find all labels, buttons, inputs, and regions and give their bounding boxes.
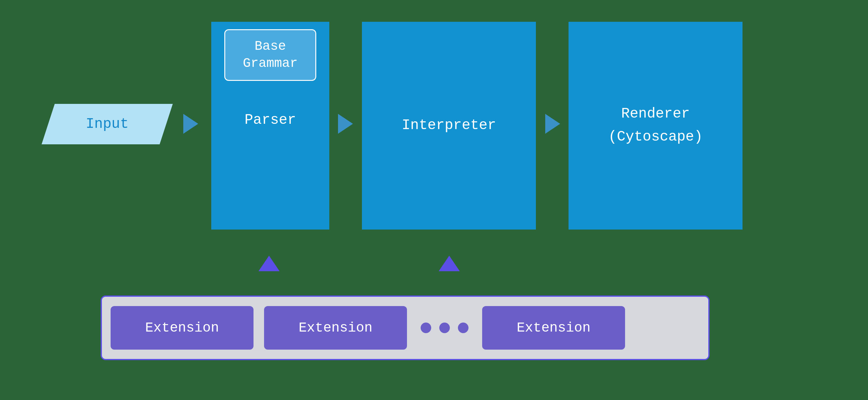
- extension-label: Extension: [517, 320, 591, 336]
- dot-icon: [458, 322, 468, 333]
- parser-label: Parser: [245, 112, 296, 128]
- arrow-right-icon: [545, 114, 560, 134]
- base-grammar-line1: Base: [255, 39, 286, 54]
- base-grammar-line2: Grammar: [243, 56, 298, 71]
- input-node: Input: [42, 104, 173, 144]
- input-label: Input: [86, 116, 129, 132]
- extension-node: Extension: [264, 306, 407, 350]
- dot-icon: [421, 322, 431, 333]
- architecture-diagram: Input Base Grammar Parser Interpreter Re…: [0, 0, 868, 400]
- extension-label: Extension: [145, 320, 219, 336]
- arrow-right-icon: [183, 114, 198, 134]
- interpreter-label: Interpreter: [402, 114, 496, 137]
- ellipsis-icon: [421, 322, 468, 333]
- arrow-right-icon: [338, 114, 353, 134]
- arrow-up-icon: [258, 256, 280, 271]
- renderer-line2: (Cytoscape): [608, 129, 703, 145]
- dot-icon: [439, 322, 450, 333]
- arrow-up-icon: [439, 256, 460, 271]
- extension-node: Extension: [111, 306, 253, 350]
- extension-node: Extension: [482, 306, 625, 350]
- extension-label: Extension: [299, 320, 372, 336]
- interpreter-node: Interpreter: [362, 22, 536, 230]
- base-grammar-subnode: Base Grammar: [224, 29, 316, 81]
- renderer-line1: Renderer: [621, 106, 690, 122]
- extensions-container: Extension Extension Extension: [101, 295, 710, 360]
- parser-node: Base Grammar Parser: [211, 22, 329, 230]
- renderer-node: Renderer (Cytoscape): [568, 22, 743, 230]
